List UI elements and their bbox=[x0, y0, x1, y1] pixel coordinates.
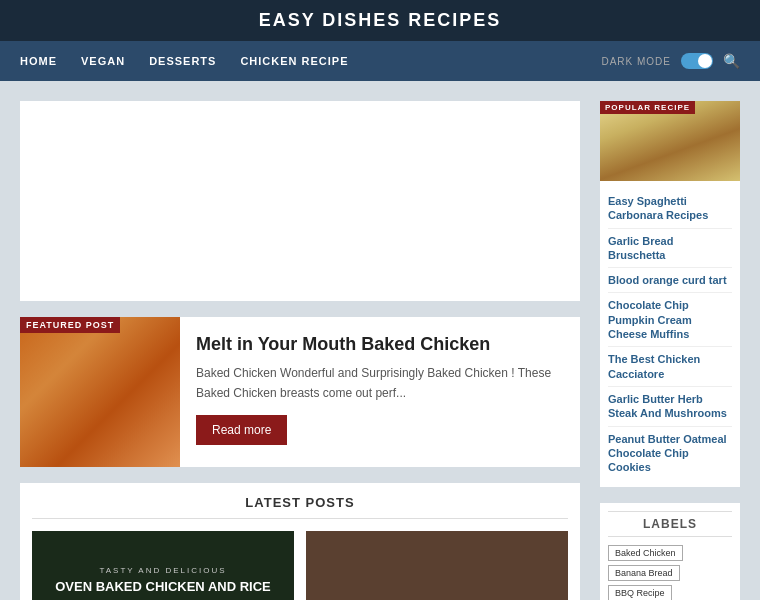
featured-title: Melt in Your Mouth Baked Chicken bbox=[196, 333, 564, 356]
nav-links: HOME VEGAN DESSERTS CHICKEN RECIPE bbox=[20, 41, 601, 81]
labels-section: LABELS Baked Chicken Banana Bread BBQ Re… bbox=[600, 503, 740, 600]
featured-post-image: FEATURED POST bbox=[20, 317, 180, 467]
nav-home[interactable]: HOME bbox=[20, 41, 57, 81]
recipe-link-4[interactable]: The Best Chicken Cacciatore bbox=[608, 347, 732, 387]
nav-chicken-recipe[interactable]: CHICKEN RECIPE bbox=[240, 41, 348, 81]
read-more-button[interactable]: Read more bbox=[196, 415, 287, 445]
recipe-link-5[interactable]: Garlic Butter Herb Steak And Mushrooms bbox=[608, 387, 732, 427]
featured-img-visual bbox=[20, 317, 180, 467]
popular-recipe-image: POPULAR RECIPE bbox=[600, 101, 740, 181]
featured-badge: FEATURED POST bbox=[20, 317, 120, 333]
site-nav: HOME VEGAN DESSERTS CHICKEN RECIPE DARK … bbox=[0, 41, 760, 81]
sidebar: POPULAR RECIPE Easy Spaghetti Carbonara … bbox=[600, 101, 740, 600]
recipe-link-3[interactable]: Chocolate Chip Pumpkin Cream Cheese Muff… bbox=[608, 293, 732, 347]
label-tag-1[interactable]: Banana Bread bbox=[608, 565, 680, 581]
recipe-link-2[interactable]: Blood orange curd tart bbox=[608, 268, 732, 293]
label-tag-0[interactable]: Baked Chicken bbox=[608, 545, 683, 561]
recipe-link-1[interactable]: Garlic Bread Bruschetta bbox=[608, 229, 732, 269]
latest-post-card-2[interactable] bbox=[306, 531, 568, 600]
latest-posts-grid: TASTY AND DELICIOUS OVEN BAKED CHICKEN A… bbox=[32, 531, 568, 600]
card-title-1: OVEN BAKED CHICKEN AND RICE bbox=[55, 579, 270, 596]
card-overlay-2 bbox=[306, 531, 568, 600]
hero-image bbox=[20, 101, 580, 301]
content-column: FEATURED POST Melt in Your Mouth Baked C… bbox=[20, 101, 580, 600]
latest-post-card-1[interactable]: TASTY AND DELICIOUS OVEN BAKED CHICKEN A… bbox=[32, 531, 294, 600]
card-subtitle-1: TASTY AND DELICIOUS bbox=[99, 566, 226, 575]
search-icon[interactable]: 🔍 bbox=[723, 53, 740, 69]
nav-desserts[interactable]: DESSERTS bbox=[149, 41, 216, 81]
site-title: EASY DISHES RECIPES bbox=[0, 10, 760, 31]
dark-mode-toggle[interactable] bbox=[681, 53, 713, 69]
labels-grid: Baked Chicken Banana Bread BBQ Recipe Be… bbox=[608, 545, 732, 600]
popular-recipe-section: POPULAR RECIPE Easy Spaghetti Carbonara … bbox=[600, 101, 740, 487]
popular-badge: POPULAR RECIPE bbox=[600, 101, 695, 114]
card-overlay-1: TASTY AND DELICIOUS OVEN BAKED CHICKEN A… bbox=[32, 531, 294, 600]
latest-posts-header: LATEST POSTS bbox=[32, 495, 568, 519]
featured-card: FEATURED POST Melt in Your Mouth Baked C… bbox=[20, 317, 580, 467]
featured-description: Baked Chicken Wonderful and Surprisingly… bbox=[196, 364, 564, 402]
recipe-link-0[interactable]: Easy Spaghetti Carbonara Recipes bbox=[608, 189, 732, 229]
nav-vegan[interactable]: VEGAN bbox=[81, 41, 125, 81]
latest-posts-section: LATEST POSTS TASTY AND DELICIOUS OVEN BA… bbox=[20, 483, 580, 600]
label-tag-2[interactable]: BBQ Recipe bbox=[608, 585, 672, 600]
recipe-link-6[interactable]: Peanut Butter Oatmeal Chocolate Chip Coo… bbox=[608, 427, 732, 480]
dark-mode-label: DARK MODE bbox=[601, 56, 671, 67]
main-content: FEATURED POST Melt in Your Mouth Baked C… bbox=[0, 81, 760, 600]
nav-right: DARK MODE 🔍 bbox=[601, 53, 740, 69]
featured-text: Melt in Your Mouth Baked Chicken Baked C… bbox=[196, 317, 580, 467]
labels-header: LABELS bbox=[608, 511, 732, 537]
recipe-links: Easy Spaghetti Carbonara Recipes Garlic … bbox=[600, 181, 740, 487]
toggle-knob bbox=[698, 54, 712, 68]
site-header-top: EASY DISHES RECIPES bbox=[0, 0, 760, 41]
